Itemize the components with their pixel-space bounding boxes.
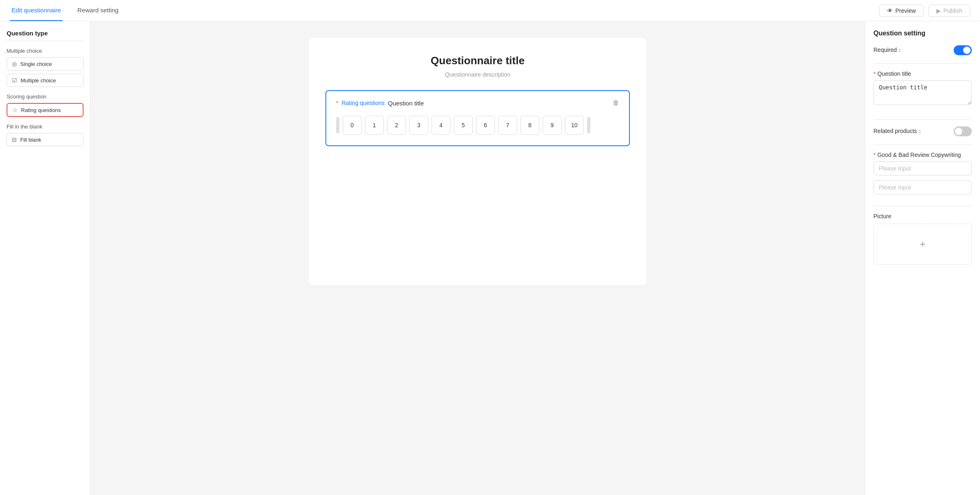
group-fill-blank: Fill in the blank (7, 124, 84, 130)
group-multiple-choice: Multiple choice (7, 48, 84, 54)
question-title-star: * (873, 70, 875, 77)
rating-3[interactable]: 3 (409, 116, 428, 135)
required-star: * (336, 100, 338, 106)
question-setting-title: Question setting (873, 30, 972, 37)
rating-4[interactable]: 4 (432, 116, 451, 135)
question-type-label: Rating questions (341, 100, 384, 106)
publish-button[interactable]: ▶ Publish (929, 5, 970, 17)
left-sidebar: Question type Multiple choice ◎ Single c… (0, 21, 91, 495)
picture-upload-box[interactable]: + (873, 224, 972, 265)
right-sidebar: Question setting Required： * Question ti… (865, 21, 980, 495)
delete-question-icon[interactable]: 🗑 (613, 99, 619, 107)
picture-plus-icon: + (920, 238, 925, 250)
related-products-row: Related products： (873, 126, 972, 136)
preview-icon: 👁 (887, 7, 893, 14)
bad-review-input[interactable] (873, 180, 972, 194)
rating-9[interactable]: 9 (543, 116, 562, 135)
rating-numbers: 0 1 2 3 4 5 6 7 8 9 10 (343, 116, 584, 135)
divider-3 (873, 145, 972, 145)
rating-6[interactable]: 6 (476, 116, 495, 135)
question-title: Question title (388, 100, 424, 107)
related-products-toggle[interactable] (954, 126, 972, 136)
good-bad-label-row: * Good & Bad Review Copywriting (873, 152, 972, 158)
sidebar-item-multiple-choice[interactable]: ☑ Multiple choice (7, 74, 84, 87)
divider-2 (873, 119, 972, 120)
required-toggle[interactable] (954, 45, 972, 55)
drag-handle-left[interactable] (336, 117, 339, 133)
sidebar-item-fill-blank[interactable]: ⊟ Fill blank (7, 133, 84, 146)
drag-handle-right[interactable] (587, 117, 590, 133)
related-products-label: Related products： (873, 128, 923, 135)
rating-8[interactable]: 8 (520, 116, 539, 135)
tab-reward-setting[interactable]: Reward setting (76, 0, 120, 21)
rating-icon: ☆ (12, 107, 18, 113)
rating-2[interactable]: 2 (387, 116, 406, 135)
header-tabs: Edit questionnaire Reward setting (10, 0, 120, 21)
publish-icon: ▶ (936, 7, 941, 14)
question-title-label-row: * Question title (873, 70, 972, 77)
question-title-field-label: Question title (877, 70, 911, 77)
good-bad-label: Good & Bad Review Copywriting (877, 152, 961, 158)
preview-button[interactable]: 👁 Preview (879, 5, 924, 17)
fill-blank-icon: ⊟ (12, 136, 17, 143)
question-title-input[interactable]: Question title (873, 80, 972, 105)
good-review-input[interactable] (873, 161, 972, 175)
header: Edit questionnaire Reward setting 👁 Prev… (0, 0, 980, 21)
good-bad-star: * (873, 152, 875, 158)
picture-label: Picture (873, 213, 972, 219)
tab-edit-questionnaire[interactable]: Edit questionnaire (10, 0, 63, 21)
center-canvas: Questionnaire title Questionnaire descri… (91, 21, 865, 495)
rating-5[interactable]: 5 (454, 116, 473, 135)
main-layout: Question type Multiple choice ◎ Single c… (0, 21, 980, 495)
questionnaire-container: Questionnaire title Questionnaire descri… (309, 38, 646, 285)
question-card[interactable]: * Rating questions Question title 🗑 0 1 … (325, 90, 630, 146)
rating-1[interactable]: 1 (365, 116, 384, 135)
header-actions: 👁 Preview ▶ Publish (879, 5, 970, 17)
rating-0[interactable]: 0 (343, 116, 362, 135)
sidebar-item-single-choice[interactable]: ◎ Single choice (7, 57, 84, 70)
questionnaire-description: Questionnaire description (325, 71, 630, 78)
divider-1 (873, 63, 972, 64)
divider-4 (873, 206, 972, 206)
rating-7[interactable]: 7 (498, 116, 517, 135)
question-type-title: Question type (7, 30, 84, 41)
multiple-choice-icon: ☑ (12, 77, 17, 84)
rating-scale-container: 0 1 2 3 4 5 6 7 8 9 10 (336, 113, 619, 137)
rating-10[interactable]: 10 (565, 116, 584, 135)
question-header: * Rating questions Question title 🗑 (336, 99, 619, 107)
single-choice-icon: ◎ (12, 61, 17, 67)
group-scoring-question: Scoring question (7, 93, 84, 100)
sidebar-item-rating-questions[interactable]: ☆ Rating questions (7, 103, 84, 117)
question-label: * Rating questions Question title (336, 100, 424, 107)
required-label: Required： (873, 47, 903, 54)
questionnaire-title: Questionnaire title (325, 54, 630, 67)
required-row: Required： (873, 45, 972, 55)
